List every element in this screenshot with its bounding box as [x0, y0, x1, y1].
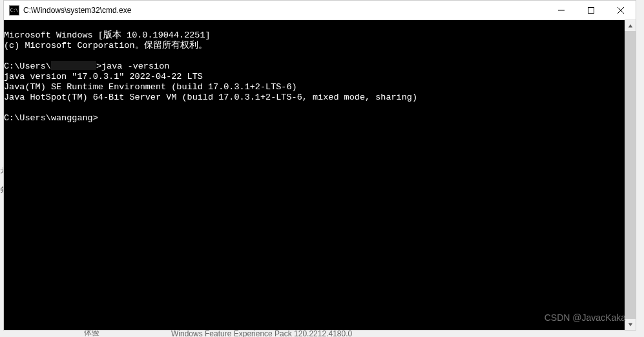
terminal-line: Java(TM) SE Runtime Environment (build 1… [4, 82, 297, 92]
terminal-line: C:\Users\>java -version [4, 61, 169, 71]
svg-rect-1 [588, 7, 594, 13]
maximize-button[interactable] [576, 1, 606, 19]
terminal-area: Microsoft Windows [版本 10.0.19044.2251] (… [4, 20, 636, 330]
terminal-line: C:\Users\wanggang> [4, 113, 98, 123]
terminal-line: Microsoft Windows [版本 10.0.19044.2251] [4, 30, 211, 40]
terminal-line: Java HotSpot(TM) 64-Bit Server VM (build… [4, 92, 417, 102]
close-button[interactable] [606, 1, 636, 19]
redacted-username [51, 61, 96, 70]
cmd-window: C:\ C:\Windows\system32\cmd.exe Microsof… [3, 0, 636, 331]
vertical-scrollbar[interactable] [625, 20, 636, 330]
titlebar[interactable]: C:\ C:\Windows\system32\cmd.exe [4, 1, 636, 20]
minimize-button[interactable] [546, 1, 576, 19]
terminal-content[interactable]: Microsoft Windows [版本 10.0.19044.2251] (… [4, 20, 625, 330]
scroll-down-button[interactable] [625, 319, 636, 330]
scrollbar-track[interactable] [625, 31, 636, 319]
terminal-line: (c) Microsoft Corporation。保留所有权利。 [4, 41, 207, 50]
window-controls [546, 1, 636, 19]
window-title: C:\Windows\system32\cmd.exe [23, 6, 546, 15]
svg-marker-5 [628, 323, 632, 326]
scroll-up-button[interactable] [625, 20, 636, 31]
scrollbar-thumb[interactable] [625, 31, 636, 319]
terminal-line: java version "17.0.3.1" 2022-04-22 LTS [4, 72, 203, 82]
svg-marker-4 [628, 24, 632, 27]
cmd-icon: C:\ [9, 5, 19, 16]
